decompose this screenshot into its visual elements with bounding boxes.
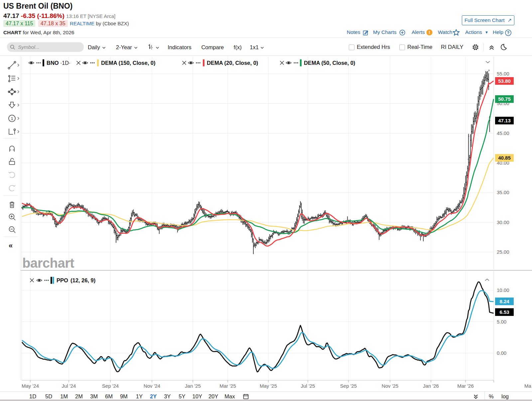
svg-text:6.53: 6.53 (499, 309, 509, 315)
svg-text:Nov '25: Nov '25 (382, 383, 398, 389)
svg-text:10.00: 10.00 (497, 287, 509, 293)
svg-text:(12, 26, 9): (12, 26, 9) (70, 277, 95, 283)
svg-text:45.00: 45.00 (497, 130, 509, 136)
svg-text:50.75: 50.75 (498, 96, 511, 102)
svg-text:0.00: 0.00 (497, 350, 506, 356)
svg-text:Mar '25: Mar '25 (219, 383, 236, 389)
svg-text:Nov '24: Nov '24 (144, 383, 160, 389)
svg-text:Mar '26: Mar '26 (457, 383, 474, 389)
svg-text:?: ? (507, 31, 509, 35)
svg-text:!: ! (429, 30, 430, 35)
svg-text:Ma: Ma (524, 383, 531, 389)
svg-text:DEMA (150, Close, 0): DEMA (150, Close, 0) (101, 60, 156, 66)
svg-text:Sep '25: Sep '25 (340, 383, 357, 389)
svg-text:Jan '26: Jan '26 (423, 383, 439, 389)
svg-text:40.85: 40.85 (498, 155, 511, 161)
svg-text:DEMA (20, Close, 0): DEMA (20, Close, 0) (207, 60, 258, 66)
svg-text:Jul '24: Jul '24 (62, 383, 76, 389)
svg-text:DEMA (50, Close, 0): DEMA (50, Close, 0) (304, 60, 355, 66)
svg-text:Jul '25: Jul '25 (301, 383, 315, 389)
svg-text:8.24: 8.24 (499, 299, 509, 304)
svg-text:PPO: PPO (57, 277, 68, 283)
svg-text:55.00: 55.00 (497, 71, 509, 76)
svg-text:Jan '25: Jan '25 (185, 383, 201, 389)
svg-text:May '24: May '24 (22, 383, 39, 389)
svg-text:25.00: 25.00 (497, 249, 509, 255)
svg-text:1: 1 (11, 116, 13, 121)
svg-text:Sep '24: Sep '24 (102, 383, 119, 389)
svg-text:May '25: May '25 (260, 383, 277, 389)
svg-text:30.00: 30.00 (497, 219, 509, 225)
svg-text:·1D·: ·1D· (60, 60, 70, 66)
svg-text:47.13: 47.13 (498, 118, 511, 123)
svg-text:barchart: barchart (22, 256, 74, 270)
svg-text:BNO: BNO (47, 60, 59, 66)
svg-text:5.00: 5.00 (497, 319, 506, 325)
svg-text:35.00: 35.00 (497, 190, 509, 195)
svg-text:«: « (9, 241, 13, 250)
svg-text:53.80: 53.80 (498, 78, 511, 84)
